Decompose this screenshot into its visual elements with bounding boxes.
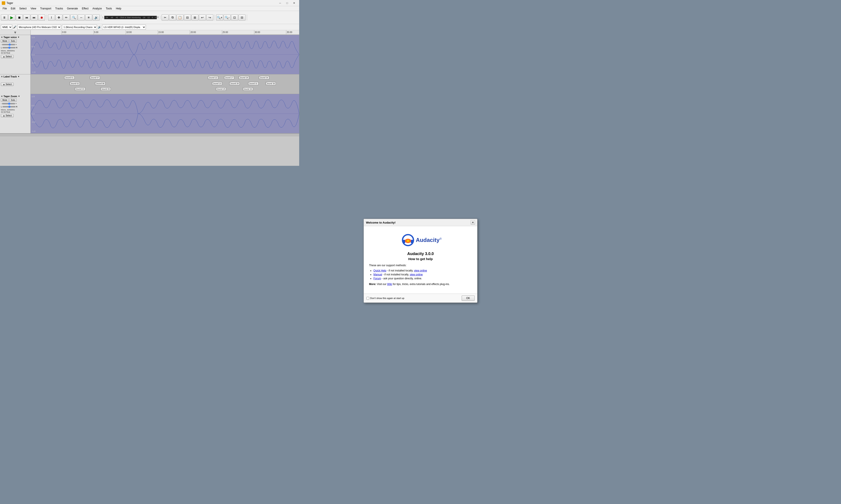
- dialog-overlay: Welcome to Audacity! ✕ Audacity ®: [0, 0, 299, 168]
